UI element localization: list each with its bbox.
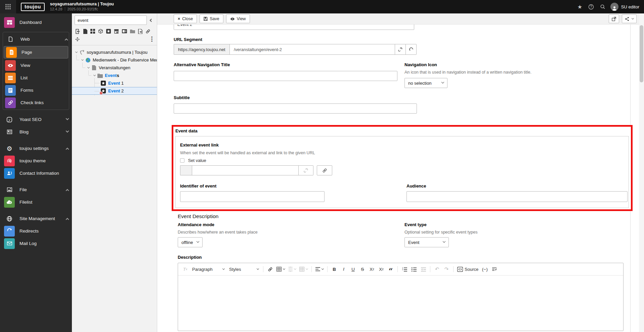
styles-dropdown[interactable]: Styles xyxy=(227,265,261,274)
chevron-down-icon[interactable] xyxy=(87,66,90,70)
tree-node-veranstaltungen[interactable]: Veranstaltungen xyxy=(72,64,157,72)
page-new-icon[interactable] xyxy=(138,29,142,34)
content-card-icon[interactable] xyxy=(122,29,127,33)
outdent-button[interactable] xyxy=(419,265,428,274)
sidebar-item-view[interactable]: View xyxy=(3,59,69,72)
toggle-slug-edit-button[interactable] xyxy=(395,44,406,55)
sidebar-item-page[interactable]: Page xyxy=(4,46,68,58)
insert-table-button[interactable] xyxy=(275,265,286,274)
link-icon[interactable] xyxy=(145,29,151,34)
bold-button[interactable]: B xyxy=(330,265,339,274)
navigation-icon-select[interactable]: no selection xyxy=(404,78,447,88)
vertical-scrollbar[interactable] xyxy=(639,13,644,332)
svg-text:2: 2 xyxy=(402,268,403,271)
package-icon[interactable] xyxy=(98,29,103,34)
source-button[interactable]: Source xyxy=(456,265,480,274)
page-title-input[interactable]: Event 2 ✕ xyxy=(174,25,414,30)
subscript-button[interactable]: X2 xyxy=(377,265,386,274)
open-in-new-window-button[interactable] xyxy=(609,14,619,23)
sidebar-item-yoast-seo[interactable]: y Yoast SEO xyxy=(0,113,72,126)
event-type-select[interactable]: Event xyxy=(404,237,449,247)
kebab-menu-icon[interactable]: ••• xyxy=(149,36,154,42)
strikethrough-button[interactable]: S xyxy=(358,265,367,274)
resize-divider-icon[interactable] xyxy=(75,37,80,41)
table-column-button[interactable] xyxy=(287,265,297,274)
sidebar-item-site-management[interactable]: Site Management xyxy=(0,212,72,225)
sidebar-item-list[interactable]: List xyxy=(3,72,69,84)
module-menu-toggle-button[interactable] xyxy=(0,0,16,13)
sidebar-item-filelist[interactable]: Filelist xyxy=(0,196,72,208)
tree-node-root[interactable]: soyagunsarufutsumura | Toujou xyxy=(72,48,157,56)
sidebar-item-check-links[interactable]: Check links xyxy=(3,96,69,109)
page-icon[interactable] xyxy=(83,29,87,34)
tree-node-event-2[interactable]: Event 2 xyxy=(72,87,157,95)
event-page-icon[interactable] xyxy=(106,29,111,34)
outdent-icon xyxy=(421,267,426,272)
unlink-button[interactable] xyxy=(299,165,313,175)
table-properties-button[interactable] xyxy=(298,265,309,274)
save-button[interactable]: Save xyxy=(200,14,223,23)
identifier-input[interactable] xyxy=(180,191,325,202)
storefront-icon[interactable] xyxy=(114,29,119,34)
audience-input[interactable] xyxy=(406,191,628,202)
envelope-icon xyxy=(4,238,15,249)
external-link-input[interactable] xyxy=(192,165,299,175)
user-menu[interactable]: SU editor xyxy=(610,3,639,11)
rte-content-area[interactable] xyxy=(178,276,623,331)
event-data-highlight-box: Event data External event link When set … xyxy=(172,125,633,211)
view-button[interactable]: View xyxy=(226,14,250,23)
tree-node-events-folder[interactable]: Events xyxy=(72,72,157,79)
italic-button[interactable]: I xyxy=(339,265,348,274)
sidebar-item-redirects[interactable]: Redirects xyxy=(0,225,72,237)
sidebar-item-toujou-settings[interactable]: ⚙ toujou settings xyxy=(0,142,72,155)
horizontal-line-button[interactable]: (−) xyxy=(480,265,489,274)
share-button[interactable] xyxy=(622,14,637,23)
bookmark-button[interactable]: ★ xyxy=(574,0,586,13)
chevron-down-icon xyxy=(306,267,308,270)
redo-button[interactable]: ↷ xyxy=(442,265,451,274)
chevron-down-icon[interactable] xyxy=(93,74,96,77)
remove-format-button[interactable]: Tx xyxy=(181,265,189,274)
alt-nav-title-input[interactable] xyxy=(174,71,397,81)
chevron-down-icon[interactable] xyxy=(81,58,84,62)
sidebar-item-contact-information[interactable]: Contact Information xyxy=(0,167,72,179)
folder-icon[interactable] xyxy=(130,29,135,33)
sidebar-item-web[interactable]: Web xyxy=(3,33,69,45)
new-page-drag-toolbar xyxy=(75,28,155,35)
bullet-list-button[interactable] xyxy=(410,265,418,274)
paragraph-format-dropdown[interactable]: Paragraph xyxy=(190,265,226,274)
search-button[interactable] xyxy=(597,0,608,13)
event-page-hidden-icon xyxy=(101,88,106,94)
attendance-mode-select[interactable]: offline xyxy=(178,237,203,247)
sidebar-item-blog[interactable]: Blog xyxy=(0,126,72,138)
undo-button[interactable]: ↶ xyxy=(433,265,441,274)
close-button[interactable]: ×Close xyxy=(174,14,197,23)
underline-button[interactable]: U xyxy=(349,265,357,274)
tree-node-site[interactable]: Medienwerk - Die Fullservice Mediaag xyxy=(72,56,157,64)
scrollbar-thumb[interactable] xyxy=(640,25,643,82)
tree-node-event-1[interactable]: Event 1 xyxy=(72,79,157,87)
chevron-down-icon[interactable] xyxy=(75,51,78,54)
tree-search-input[interactable] xyxy=(75,15,147,25)
doorway-icon[interactable] xyxy=(75,29,80,34)
ordered-list-button[interactable]: 12 xyxy=(400,265,409,274)
url-segment-input[interactable]: /veranstaltungen/event-2 xyxy=(229,44,395,55)
line-break-button[interactable] xyxy=(490,265,499,274)
sidebar-item-file[interactable]: File xyxy=(0,183,72,196)
sidebar-item-forms[interactable]: Forms xyxy=(3,84,69,96)
set-value-checkbox[interactable] xyxy=(180,158,184,163)
help-button[interactable]: ? xyxy=(586,0,597,13)
alignment-dropdown[interactable] xyxy=(314,265,325,274)
blockquote-button[interactable]: “ xyxy=(386,265,395,274)
sidebar-item-toujou-theme[interactable]: toujou theme xyxy=(0,155,72,167)
toujou-logo[interactable]: toujou xyxy=(21,3,45,11)
collapse-tree-icon[interactable] xyxy=(150,17,155,22)
insert-link-button[interactable] xyxy=(266,265,274,274)
subtitle-input[interactable] xyxy=(174,103,417,114)
sidebar-item-dashboard[interactable]: Dashboard xyxy=(0,16,72,29)
link-browser-button[interactable] xyxy=(317,165,332,175)
sidebar-item-mail-log[interactable]: Mail Log xyxy=(0,237,72,250)
recalculate-url-button[interactable] xyxy=(406,44,417,55)
superscript-button[interactable]: X2 xyxy=(368,265,376,274)
grid-page-icon[interactable] xyxy=(90,29,95,34)
